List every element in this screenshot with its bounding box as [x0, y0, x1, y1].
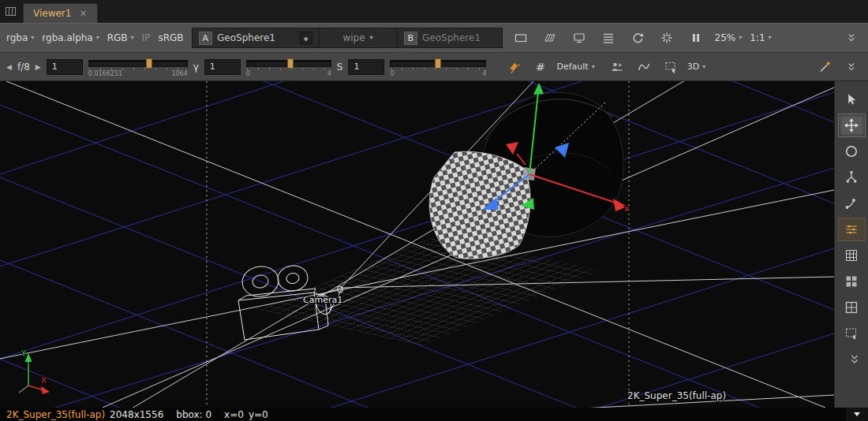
camera-label: Camera1: [303, 295, 342, 305]
gamma-label: γ: [193, 61, 199, 73]
chevron-down-icon: ▾: [739, 35, 742, 41]
slider-handle[interactable]: [146, 58, 152, 69]
toolbar2-expand-button[interactable]: [840, 58, 862, 76]
marquee-zoom-icon: [844, 326, 859, 341]
input-a-button[interactable]: A: [199, 32, 213, 45]
input-b-field[interactable]: B GeoSphere1: [398, 28, 502, 47]
axis-x-label: X: [41, 376, 47, 385]
3d-viewport[interactable]: x Camera1: [0, 81, 834, 408]
tab-bar: Viewer1 ×: [0, 0, 868, 23]
rotate-tool-button[interactable]: [838, 140, 866, 163]
chevron-down-icon: ▾: [31, 35, 34, 41]
translate-tool-button[interactable]: [838, 114, 866, 137]
joint-icon: [844, 196, 859, 211]
update-button[interactable]: [657, 28, 678, 47]
main-area: x Camera1: [0, 81, 868, 408]
cursor-tool-button[interactable]: [838, 88, 866, 111]
viewer-window: Viewer1 × rgba ▾ rgba.alpha ▾ RGB ▾ IP s…: [0, 0, 868, 421]
tiles-view-button[interactable]: [838, 270, 866, 293]
status-bar: 2K_Super_35(full-ap) 2048x1556 bbox: 0 x…: [0, 408, 868, 421]
wipe-center-icon[interactable]: ●: [300, 32, 312, 44]
frame-icon: [514, 31, 528, 45]
fstop-label[interactable]: f/8: [17, 61, 30, 73]
marquee-select-button[interactable]: [660, 58, 682, 76]
monitor-out-button[interactable]: [569, 28, 590, 47]
marquee-icon: [664, 60, 678, 74]
refresh-button[interactable]: [627, 28, 649, 47]
tab-label: Viewer1: [33, 8, 71, 19]
lighting-toggle-button[interactable]: [503, 58, 524, 76]
input-process-button[interactable]: IP: [142, 32, 151, 43]
curve-tool-button[interactable]: [634, 58, 655, 76]
gain-slider[interactable]: 0.0166251 1064: [88, 57, 188, 77]
geosphere-checker[interactable]: [429, 151, 530, 259]
curve-icon: [637, 60, 651, 74]
format-frame-button[interactable]: [511, 28, 532, 47]
gamma-value-field[interactable]: 1: [204, 59, 241, 75]
zoom-dropdown[interactable]: 25% ▾: [715, 32, 743, 43]
slider-track: [88, 60, 188, 67]
wireframe-lines-button[interactable]: [838, 218, 866, 241]
chevron-down-icon: ▾: [131, 35, 134, 41]
frame-grid-icon: [844, 300, 859, 315]
slider-handle[interactable]: [287, 58, 294, 69]
chevron-double-down-icon: [845, 61, 858, 73]
slider-handle[interactable]: [435, 58, 441, 69]
people-icon: [610, 60, 624, 74]
status-y: y=0: [249, 409, 268, 420]
color-sample-button[interactable]: [814, 58, 835, 76]
gamma-min-label: 0: [246, 70, 250, 77]
alpha-channel-dropdown[interactable]: rgba.alpha ▾: [42, 32, 99, 43]
saturation-max-label: 4: [482, 70, 486, 77]
pixel-aspect-dropdown[interactable]: 1:1 ▾: [750, 32, 771, 43]
saturation-value-field[interactable]: 1: [348, 59, 384, 75]
channels-dropdown[interactable]: rgba ▾: [6, 32, 34, 43]
gamma-slider[interactable]: 0 4: [246, 57, 331, 77]
proxy-stripes-button[interactable]: [540, 28, 561, 47]
triangle-down-icon: [854, 412, 860, 416]
lighting-dropdown[interactable]: Default ▾: [556, 61, 594, 72]
toolbar-expand-button[interactable]: [840, 28, 862, 47]
input-a-value: GeoSphere1: [217, 32, 275, 43]
saturation-min-label: 0: [390, 70, 394, 77]
ab-input-group: A GeoSphere1 ● wipe ▾ B GeoSphere1: [192, 28, 503, 48]
scanline-mode-button[interactable]: [598, 28, 619, 47]
axis-y-label: Y: [21, 349, 27, 358]
error-console-button[interactable]: [846, 408, 868, 421]
close-icon[interactable]: ×: [79, 8, 87, 19]
side-expand-button[interactable]: [840, 348, 868, 371]
grid-toggle-button[interactable]: #: [529, 58, 551, 76]
viewer-tab[interactable]: Viewer1 ×: [23, 3, 98, 23]
status-resolution: 2048x1556: [110, 409, 163, 420]
lamp-icon: [507, 60, 521, 74]
wireframe-lines-icon: [844, 222, 859, 237]
burst-icon: [660, 31, 674, 45]
input-b-button[interactable]: B: [404, 32, 418, 45]
gain-min-label: 0.0166251: [88, 70, 122, 77]
occlusion-button[interactable]: [607, 58, 628, 76]
viewer-toolbar-top: rgba ▾ rgba.alpha ▾ RGB ▾ IP sRGB A GeoS…: [0, 23, 868, 53]
wipe-dropdown[interactable]: wipe ▾: [319, 28, 398, 47]
rotate-icon: [844, 143, 859, 159]
input-a-field[interactable]: A GeoSphere1 ●: [193, 28, 319, 47]
saturation-slider[interactable]: 0 4: [390, 57, 486, 77]
status-x: x=0: [224, 409, 244, 420]
prev-stop-button[interactable]: ◀: [6, 63, 12, 71]
pane-layout-icon[interactable]: [5, 6, 17, 17]
frame-grid-button[interactable]: [838, 296, 866, 319]
hierarchy-tool-button[interactable]: [838, 166, 866, 189]
chevron-down-icon: ▾: [370, 35, 373, 41]
lattice-tool-button[interactable]: [838, 244, 866, 267]
scanlines-icon: [601, 31, 615, 45]
view-mode-dropdown[interactable]: 3D ▾: [687, 61, 705, 72]
wand-icon: [817, 60, 832, 74]
joint-tool-button[interactable]: [838, 192, 866, 215]
chevron-down-icon: ▾: [769, 35, 772, 41]
pause-button[interactable]: [686, 28, 707, 47]
colorspace-button[interactable]: sRGB: [158, 32, 183, 43]
viewer-toolbar-settings: ◀ f/8 ▶ 1 0.0166251 1064 γ 1 0 4 S 1: [0, 53, 868, 81]
display-mode-dropdown[interactable]: RGB ▾: [107, 32, 134, 43]
next-stop-button[interactable]: ▶: [36, 63, 41, 71]
marquee-zoom-button[interactable]: [838, 322, 866, 345]
gain-value-field[interactable]: 1: [47, 59, 83, 75]
